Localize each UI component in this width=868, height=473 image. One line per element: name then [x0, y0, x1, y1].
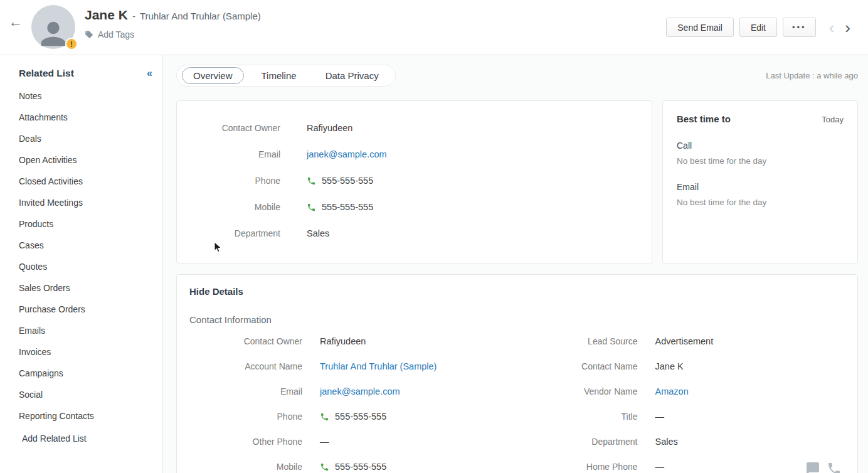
field-row: Contact NameJane K	[517, 354, 858, 379]
tab-overview[interactable]: Overview	[182, 67, 244, 84]
company-name[interactable]: Truhlar And Truhlar (Sample)	[140, 11, 261, 21]
phone-number[interactable]: 555-555-555	[335, 462, 386, 472]
header-actions: Send Email Edit ••• ‹ ›	[666, 18, 853, 37]
field-link[interactable]: Amazon	[655, 386, 689, 396]
person-silhouette-icon	[38, 19, 68, 49]
field-text: Advertisement	[655, 336, 714, 346]
tab-data-privacy[interactable]: Data Privacy	[314, 67, 390, 84]
field-value: Sales	[655, 437, 678, 447]
alert-badge-icon: !	[65, 38, 78, 50]
best-time-card: Best time to Today CallNo best time for …	[662, 100, 858, 263]
phone-icon[interactable]	[320, 462, 329, 472]
field-row: Emailjanek@sample.com	[177, 141, 652, 167]
field-label: Home Phone	[517, 462, 638, 472]
call-widget-icon[interactable]	[827, 461, 842, 473]
field-text: Rafiyudeen	[307, 123, 352, 133]
best-section-message: No best time for the day	[677, 156, 844, 166]
best-time-range-selector[interactable]: Today	[822, 115, 844, 124]
field-value: 555-555-555	[320, 462, 386, 472]
sidebar-item-quotes[interactable]: Quotes	[0, 256, 162, 277]
sidebar-item-invited-meetings[interactable]: Invited Meetings	[0, 192, 162, 213]
more-actions-button[interactable]: •••	[783, 18, 816, 37]
chat-widget-icon[interactable]	[805, 461, 820, 473]
best-time-section: CallNo best time for the day	[677, 141, 844, 166]
sidebar-item-products[interactable]: Products	[0, 213, 162, 235]
field-row: Account NameTruhlar And Truhlar (Sample)	[177, 354, 517, 379]
details-right-column: Lead SourceAdvertisementContact NameJane…	[517, 329, 858, 473]
best-section-message: No best time for the day	[677, 198, 844, 207]
field-label: Mobile	[177, 202, 280, 212]
sidebar-item-notes[interactable]: Notes	[0, 85, 162, 107]
field-label: Contact Owner	[177, 123, 280, 133]
field-link[interactable]: janek@sample.com	[307, 149, 387, 159]
sidebar-item-deals[interactable]: Deals	[0, 128, 162, 149]
sidebar-item-attachments[interactable]: Attachments	[0, 107, 162, 128]
sidebar-item-invoices[interactable]: Invoices	[0, 341, 162, 363]
field-link[interactable]: janek@sample.com	[320, 386, 400, 396]
summary-fields: Contact OwnerRafiyudeenEmailjanek@sample…	[177, 115, 652, 247]
field-label: Email	[177, 149, 280, 159]
field-value: Amazon	[655, 386, 689, 396]
best-time-header: Best time to Today	[677, 114, 844, 124]
sidebar-item-purchase-orders[interactable]: Purchase Orders	[0, 299, 162, 320]
sidebar-item-open-activities[interactable]: Open Activities	[0, 149, 162, 171]
next-record-icon[interactable]: ›	[842, 19, 853, 36]
best-time-title: Best time to	[677, 114, 731, 124]
field-row: Phone555-555-555	[177, 404, 517, 429]
field-link[interactable]: Truhlar And Truhlar (Sample)	[320, 361, 437, 371]
field-row: DepartmentSales	[517, 429, 858, 454]
sidebar-list: NotesAttachmentsDealsOpen ActivitiesClos…	[0, 85, 162, 427]
field-label: Department	[177, 228, 280, 238]
tabs: OverviewTimelineData Privacy	[176, 65, 396, 87]
corner-widgets	[805, 461, 842, 473]
previous-record-icon[interactable]: ‹	[827, 19, 837, 36]
field-value: 555-555-555	[307, 202, 373, 212]
sidebar-item-campaigns[interactable]: Campaigns	[0, 363, 162, 384]
last-update-label: Last Update : a while ago	[766, 71, 858, 80]
sidebar-item-sales-orders[interactable]: Sales Orders	[0, 277, 162, 299]
field-text: Sales	[307, 228, 329, 238]
field-row: Vendor NameAmazon	[517, 379, 858, 404]
field-value: janek@sample.com	[307, 149, 387, 159]
sidebar-item-cases[interactable]: Cases	[0, 235, 162, 256]
best-section-label: Email	[677, 182, 844, 192]
field-label: Contact Name	[517, 361, 638, 371]
phone-icon[interactable]	[320, 412, 329, 422]
avatar[interactable]: !	[31, 5, 75, 49]
edit-button[interactable]: Edit	[739, 18, 777, 37]
field-row: Emailjanek@sample.com	[177, 379, 517, 404]
back-icon[interactable]: ←	[9, 15, 23, 29]
sidebar-item-emails[interactable]: Emails	[0, 320, 162, 341]
field-value: 555-555-555	[320, 412, 386, 422]
best-section-label: Call	[677, 141, 844, 151]
field-label: Phone	[177, 176, 280, 186]
tab-timeline[interactable]: Timeline	[250, 67, 308, 84]
add-tags-label: Add Tags	[98, 29, 134, 40]
sidebar-item-closed-activities[interactable]: Closed Activities	[0, 171, 162, 192]
field-value: —	[320, 437, 329, 447]
phone-icon[interactable]	[307, 176, 316, 186]
send-email-button[interactable]: Send Email	[666, 18, 734, 37]
title-separator: -	[132, 11, 135, 21]
sidebar-item-social[interactable]: Social	[0, 384, 162, 405]
phone-number[interactable]: 555-555-555	[322, 202, 373, 212]
field-row: Contact OwnerRafiyudeen	[177, 115, 652, 141]
field-value: —	[655, 412, 665, 422]
field-label: Department	[517, 437, 638, 447]
add-tags-link[interactable]: Add Tags	[85, 29, 261, 40]
phone-number[interactable]: 555-555-555	[335, 412, 386, 422]
field-text: —	[320, 437, 329, 447]
collapse-sidebar-icon[interactable]: «	[147, 68, 152, 79]
field-row: Other Phone—	[177, 429, 517, 454]
top-header: ← ! Jane K - Truhlar And Truhlar (Sample…	[0, 0, 868, 55]
add-related-list-link[interactable]: Add Related List	[0, 427, 162, 449]
field-value: 555-555-555	[307, 176, 373, 186]
sidebar-item-reporting-contacts[interactable]: Reporting Contacts	[0, 405, 162, 427]
phone-number[interactable]: 555-555-555	[322, 176, 373, 186]
hide-details-link[interactable]: Hide Details	[189, 286, 243, 297]
contact-information-title: Contact Information	[189, 314, 857, 325]
field-label: Other Phone	[177, 437, 302, 447]
page-title: Jane K	[85, 8, 128, 23]
details-card: Hide Details Contact Information Contact…	[176, 274, 858, 473]
phone-icon[interactable]	[307, 203, 316, 212]
